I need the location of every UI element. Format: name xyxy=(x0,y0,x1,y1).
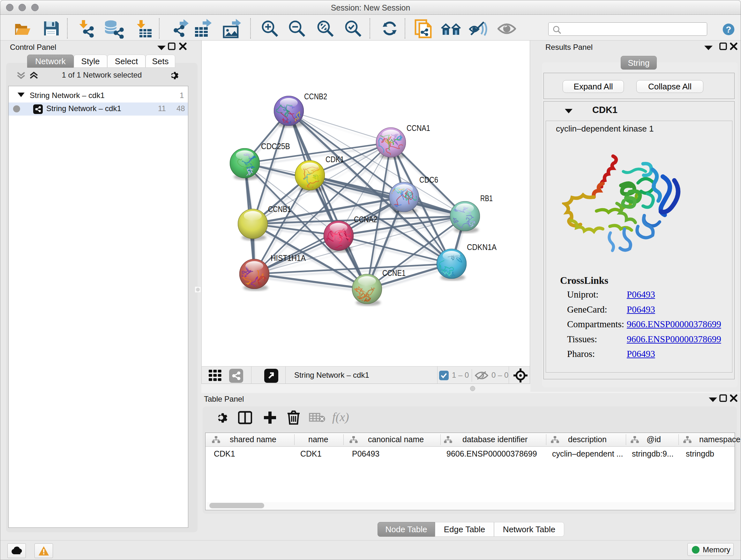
svg-text:CCNA1: CCNA1 xyxy=(407,124,430,132)
svg-text:CCNB1: CCNB1 xyxy=(268,205,291,213)
svg-text:CCNB2: CCNB2 xyxy=(304,92,327,101)
svg-text:CDK1: CDK1 xyxy=(326,155,344,164)
svg-text:HIST1H1A: HIST1H1A xyxy=(271,253,306,262)
svg-text:CDC25B: CDC25B xyxy=(261,142,290,151)
svg-text:?: ? xyxy=(726,24,731,35)
svg-text:RB1: RB1 xyxy=(480,194,493,203)
svg-text:CDC6: CDC6 xyxy=(419,175,438,184)
svg-text:CDKN1A: CDKN1A xyxy=(467,243,496,252)
svg-text:CCNE1: CCNE1 xyxy=(382,268,406,277)
svg-text:CCNA2: CCNA2 xyxy=(354,215,377,224)
